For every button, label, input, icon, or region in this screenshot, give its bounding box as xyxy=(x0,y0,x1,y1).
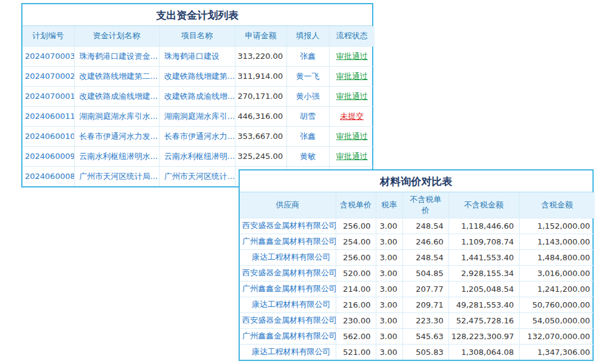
filler-link[interactable]: 黄敏 xyxy=(287,146,329,166)
expense-plan-table: 计划编号资金计划名称项目名称申请金额填报人流程状态 2024070003珠海鹤港… xyxy=(22,26,375,186)
supplier-link[interactable]: 广州鑫鑫金属材料有限公司 xyxy=(240,234,336,249)
col-apply-amount: 申请金额 xyxy=(235,26,287,46)
tax-incl-amount-cell: 1,484,800.00 xyxy=(519,249,595,265)
amount-cell: 353,667.00 xyxy=(235,126,287,146)
project-name-link[interactable]: 改建铁路线增建第... xyxy=(159,66,235,86)
tax-incl-amount-cell: 132,070,000.00 xyxy=(519,328,595,344)
filler-link[interactable]: 胡雪 xyxy=(287,106,329,126)
fund-plan-name-link[interactable]: 长春市伊通河水力发... xyxy=(74,126,159,146)
tax-excl-unit-price-cell: 209.71 xyxy=(402,297,449,312)
table-row: 康达工程材料有限公司256.003.00248.541,441,553.401,… xyxy=(240,249,595,265)
supplier-link[interactable]: 康达工程材料有限公司 xyxy=(240,249,336,265)
tax-excl-amount-cell: 52,475,728.16 xyxy=(449,312,519,328)
table-row: 西安盛器金属材料有限公司230.003.00223.3052,475,728.1… xyxy=(240,312,595,328)
tax-incl-amount-cell: 1,241,200.00 xyxy=(519,281,595,297)
col-plan-no: 计划编号 xyxy=(22,26,74,46)
tax-excl-unit-price-cell: 504.85 xyxy=(402,265,449,281)
amount-cell: 270,171.00 xyxy=(235,86,287,106)
status-link[interactable]: 未提交 xyxy=(329,106,375,126)
supplier-link[interactable]: 西安盛器金属材料有限公司 xyxy=(240,265,336,281)
tax-rate-cell: 3.00 xyxy=(376,312,402,328)
tax-excl-unit-price-cell: 246.60 xyxy=(402,234,449,249)
tax-incl-amount-cell: 50,760,000.00 xyxy=(519,297,595,312)
plan-no-link[interactable]: 2024070001 xyxy=(22,86,74,106)
status-link[interactable]: 审批通过 xyxy=(329,46,375,66)
fund-plan-name-link[interactable]: 广州市天河区统计局... xyxy=(74,166,159,186)
table-row: 2024070002改建铁路线增建第二...改建铁路线增建第...311,914… xyxy=(22,66,375,86)
plan-no-link[interactable]: 2024060010 xyxy=(22,126,74,146)
table-row: 西安盛器金属材料有限公司256.003.00248.541,118,446.60… xyxy=(240,218,595,234)
amount-cell: 446,316.00 xyxy=(235,106,287,126)
table-row: 广州鑫鑫金属材料有限公司214.003.00207.771,205,048.54… xyxy=(240,281,595,297)
table-row: 2024070003珠海鹤港口建设资金...珠海鹤港口建设313,220.00张… xyxy=(22,46,375,66)
fund-plan-name-link[interactable]: 湖南洞庭湖水库引水... xyxy=(74,106,159,126)
plan-no-link[interactable]: 2024060011 xyxy=(22,106,74,126)
supplier-link[interactable]: 康达工程材料有限公司 xyxy=(240,344,336,360)
fund-plan-name-link[interactable]: 云南水利枢纽潜明水... xyxy=(74,146,159,166)
project-name-link[interactable]: 湖南洞庭湖水库引... xyxy=(159,106,235,126)
tax-incl-unit-price-cell: 214.00 xyxy=(336,281,376,297)
table-row: 2024060011湖南洞庭湖水库引水...湖南洞庭湖水库引...446,316… xyxy=(22,106,375,126)
table-row: 广州鑫鑫金属材料有限公司254.003.00246.601,109,708.74… xyxy=(240,234,595,249)
tax-incl-amount-cell: 1,347,306.00 xyxy=(519,344,595,360)
plan-no-link[interactable]: 2024070003 xyxy=(22,46,74,66)
col-tax-excl-amount: 不含税金额 xyxy=(449,192,519,218)
filler-link[interactable]: 黄小强 xyxy=(287,86,329,106)
tax-rate-cell: 3.00 xyxy=(376,218,402,234)
tax-incl-unit-price-cell: 256.00 xyxy=(336,218,376,234)
tax-rate-cell: 3.00 xyxy=(376,249,402,265)
amount-cell: 325,245.00 xyxy=(235,146,287,166)
tax-rate-cell: 3.00 xyxy=(376,265,402,281)
fund-plan-name-link[interactable]: 改建铁路成渝线增建... xyxy=(74,86,159,106)
table-row: 2024060010长春市伊通河水力发...长春市伊通河水力...353,667… xyxy=(22,126,375,146)
filler-link[interactable]: 张鑫 xyxy=(287,126,329,146)
status-link[interactable]: 审批通过 xyxy=(329,126,375,146)
table-row: 广州鑫鑫金属材料有限公司562.003.00545.63128,223,300.… xyxy=(240,328,595,344)
plan-no-link[interactable]: 2024070002 xyxy=(22,66,74,86)
tax-excl-amount-cell: 1,441,553.40 xyxy=(449,249,519,265)
quote-table-header-row: 供应商含税单价税率不含税单价不含税金额含税金额 xyxy=(240,192,595,218)
tax-incl-unit-price-cell: 256.00 xyxy=(336,249,376,265)
supplier-link[interactable]: 西安盛器金属材料有限公司 xyxy=(240,218,336,234)
project-name-link[interactable]: 珠海鹤港口建设 xyxy=(159,46,235,66)
supplier-link[interactable]: 康达工程材料有限公司 xyxy=(240,297,336,312)
supplier-link[interactable]: 广州鑫鑫金属材料有限公司 xyxy=(240,281,336,297)
fund-plan-name-link[interactable]: 改建铁路线增建第二... xyxy=(74,66,159,86)
material-quote-table-panel: 材料询价对比表 供应商含税单价税率不含税单价不含税金额含税金额 西安盛器金属材料… xyxy=(239,169,594,361)
tax-incl-unit-price-cell: 521.00 xyxy=(336,344,376,360)
filler-link[interactable]: 黄一飞 xyxy=(287,66,329,86)
table-row: 2024070001改建铁路成渝线增建...改建铁路成渝线增...270,171… xyxy=(22,86,375,106)
fund-plan-name-link[interactable]: 珠海鹤港口建设资金... xyxy=(74,46,159,66)
tax-excl-unit-price-cell: 505.83 xyxy=(402,344,449,360)
supplier-link[interactable]: 西安盛器金属材料有限公司 xyxy=(240,312,336,328)
amount-cell: 313,220.00 xyxy=(235,46,287,66)
tax-excl-amount-cell: 2,928,155.34 xyxy=(449,265,519,281)
tax-incl-amount-cell: 1,143,000.00 xyxy=(519,234,595,249)
tax-excl-unit-price-cell: 248.54 xyxy=(402,218,449,234)
tax-rate-cell: 3.00 xyxy=(376,328,402,344)
table-row: 康达工程材料有限公司521.003.00505.831,308,064.081,… xyxy=(240,344,595,360)
col-supplier: 供应商 xyxy=(240,192,336,218)
tax-excl-unit-price-cell: 545.63 xyxy=(402,328,449,344)
status-link[interactable]: 审批通过 xyxy=(329,86,375,106)
tax-excl-amount-cell: 1,118,446.60 xyxy=(449,218,519,234)
supplier-link[interactable]: 广州鑫鑫金属材料有限公司 xyxy=(240,328,336,344)
table-row: 2024060009云南水利枢纽潜明水...云南水利枢纽潜明...325,245… xyxy=(22,146,375,166)
tax-incl-amount-cell: 54,050,000.00 xyxy=(519,312,595,328)
filler-link[interactable]: 张鑫 xyxy=(287,46,329,66)
tax-incl-unit-price-cell: 230.00 xyxy=(336,312,376,328)
tax-incl-amount-cell: 1,152,000.00 xyxy=(519,218,595,234)
tax-incl-unit-price-cell: 520.00 xyxy=(336,265,376,281)
project-name-link[interactable]: 云南水利枢纽潜明... xyxy=(159,146,235,166)
status-link[interactable]: 审批通过 xyxy=(329,66,375,86)
status-link[interactable]: 审批通过 xyxy=(329,146,375,166)
quote-table-title: 材料询价对比表 xyxy=(240,170,592,192)
tax-excl-unit-price-cell: 248.54 xyxy=(402,249,449,265)
plan-no-link[interactable]: 2024060009 xyxy=(22,146,74,166)
table-row: 康达工程材料有限公司216.003.00209.7149,281,553.405… xyxy=(240,297,595,312)
tax-excl-amount-cell: 1,308,064.08 xyxy=(449,344,519,360)
project-name-link[interactable]: 广州市天河区统计... xyxy=(159,166,235,186)
plan-no-link[interactable]: 2024060008 xyxy=(22,166,74,186)
project-name-link[interactable]: 长春市伊通河水力... xyxy=(159,126,235,146)
project-name-link[interactable]: 改建铁路成渝线增... xyxy=(159,86,235,106)
